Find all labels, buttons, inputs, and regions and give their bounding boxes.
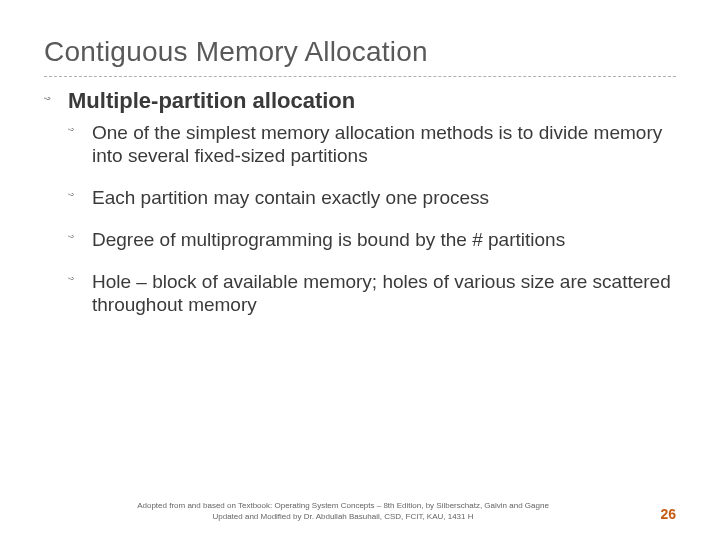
footer-text: Adopted from and based on Textbook: Oper… xyxy=(44,501,642,522)
bullet-icon: ࿓ xyxy=(44,87,68,108)
level2-text: Each partition may contain exactly one p… xyxy=(92,186,489,210)
level2-item: ࿓ Each partition may contain exactly one… xyxy=(68,186,676,210)
level2-text: Hole – block of available memory; holes … xyxy=(92,270,676,318)
footer-line-1: Adopted from and based on Textbook: Oper… xyxy=(44,501,642,511)
level2-text: One of the simplest memory allocation me… xyxy=(92,121,676,169)
slide-title: Contiguous Memory Allocation xyxy=(44,36,676,68)
level1-text: Multiple-partition allocation xyxy=(68,87,355,115)
level2-item: ࿓ Hole – block of available memory; hole… xyxy=(68,270,676,318)
title-divider xyxy=(44,76,676,77)
footer-line-2: Updated and Modified by Dr. Abdullah Bas… xyxy=(44,512,642,522)
page-number: 26 xyxy=(642,506,676,522)
slide-footer: Adopted from and based on Textbook: Oper… xyxy=(0,501,720,522)
bullet-icon: ࿓ xyxy=(68,270,92,286)
level2-text: Degree of multiprogramming is bound by t… xyxy=(92,228,565,252)
bullet-icon: ࿓ xyxy=(68,228,92,244)
slide: Contiguous Memory Allocation ࿓ Multiple-… xyxy=(0,0,720,540)
level2-item: ࿓ Degree of multiprogramming is bound by… xyxy=(68,228,676,252)
bullet-icon: ࿓ xyxy=(68,186,92,202)
level1-item: ࿓ Multiple-partition allocation xyxy=(44,87,676,115)
bullet-icon: ࿓ xyxy=(68,121,92,137)
level2-item: ࿓ One of the simplest memory allocation … xyxy=(68,121,676,169)
level2-list: ࿓ One of the simplest memory allocation … xyxy=(44,121,676,318)
